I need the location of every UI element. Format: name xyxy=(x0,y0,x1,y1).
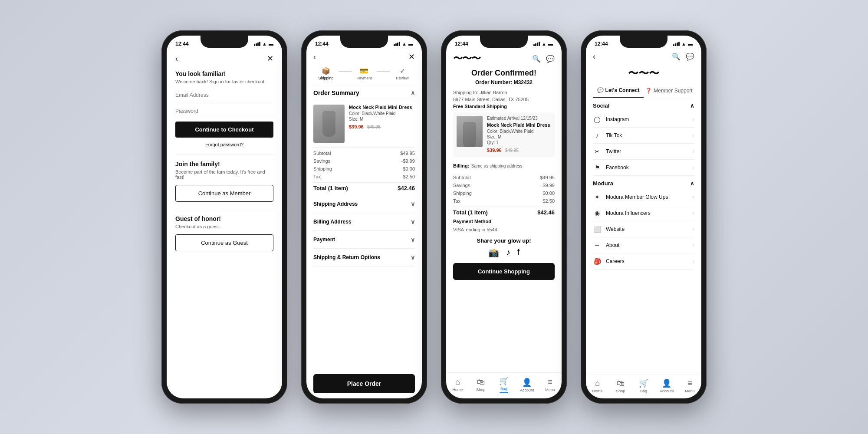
wifi-icon: ▲ xyxy=(262,41,267,46)
guest-title: Guest of honor! xyxy=(175,215,273,222)
careers-left: 🎒 Careers xyxy=(593,258,625,265)
phone-1: 12:44 ▲ ▬ ‹ ✕ You look familiar! xyxy=(161,30,287,404)
order-summary-header: ‹ ✕ xyxy=(306,49,422,63)
instagram-chevron: › xyxy=(693,116,694,122)
nav-shop-3[interactable]: 🛍 Shop xyxy=(469,378,492,392)
facebook-item[interactable]: ⚑ Facebook › xyxy=(593,160,694,176)
instagram-icon: ◯ xyxy=(593,116,602,123)
place-order-button[interactable]: Place Order xyxy=(313,374,415,393)
billing-section: Billing: Same as shipping address xyxy=(453,161,555,169)
modura-collapse-icon: ∧ xyxy=(690,180,694,187)
website-item[interactable]: ⬜ Website › xyxy=(593,221,694,237)
confirmed-subtotal-label: Subtotal xyxy=(453,175,470,180)
share-tiktok-icon[interactable]: ♪ xyxy=(506,247,510,258)
nav-shop-4[interactable]: 🛍 Shop xyxy=(609,379,632,393)
divider-2 xyxy=(175,209,273,209)
social-section-header[interactable]: Social ∧ xyxy=(593,98,694,112)
notch-3 xyxy=(480,36,528,48)
battery-icon-2: ▬ xyxy=(408,41,413,46)
share-facebook-icon[interactable]: f xyxy=(517,247,520,258)
twitter-item[interactable]: ✂ Twitter › xyxy=(593,144,694,160)
continue-checkout-button[interactable]: Continue to Checkout xyxy=(175,122,273,138)
arrival-text: Estimated Arrival 12/15/23 xyxy=(487,116,551,121)
subtotal-line: Subtotal $49.95 xyxy=(313,149,415,157)
billing-address-row[interactable]: Billing Address ∨ xyxy=(313,213,415,231)
share-instagram-icon[interactable]: 📸 xyxy=(488,247,499,258)
tab-lets-connect[interactable]: 💬 Let's Connect xyxy=(593,84,644,98)
time-3: 12:44 xyxy=(455,41,468,47)
tiktok-item[interactable]: ♪ Tik Tok › xyxy=(593,128,694,144)
checkout-steps: 📦 Shipping 💳 Payment ✓ Review xyxy=(306,63,422,84)
signal-icon-3 xyxy=(533,42,540,46)
nav-home-4[interactable]: ⌂ Home xyxy=(586,379,609,393)
back-button-4[interactable]: ‹ xyxy=(593,52,595,61)
screen-login: 12:44 ▲ ▬ ‹ ✕ You look familiar! xyxy=(167,36,282,398)
confirmed-total-line: Total (1 item) $42.46 xyxy=(453,207,555,218)
share-title: Share your glow up! xyxy=(453,237,555,244)
confirmed-total-value: $42.46 xyxy=(537,209,555,216)
free-shipping-label: Free Standard Shipping xyxy=(453,104,555,109)
product-row: Mock Neck Plaid Mini Dress Color: Black/… xyxy=(313,100,415,148)
payment-row[interactable]: Payment ∨ xyxy=(313,231,415,249)
product-size: Size: M xyxy=(349,117,415,122)
nav-home-3[interactable]: ⌂ Home xyxy=(446,378,469,392)
continue-member-button[interactable]: Continue as Member xyxy=(175,185,273,202)
confirmed-subtotal-line: Subtotal $49.95 xyxy=(453,174,555,181)
nav-menu-4[interactable]: ≡ Menu xyxy=(678,379,701,393)
shipping-return-row[interactable]: Shipping & Return Options ∨ xyxy=(313,249,415,266)
guest-subtitle: Checkout as a guest. xyxy=(175,224,273,229)
close-button[interactable]: ✕ xyxy=(267,54,273,63)
savings-line: Savings -$9.99 xyxy=(313,157,415,165)
confirmed-header: 〜〜〜 🔍 💬 xyxy=(446,49,562,69)
tax-value: $2.50 xyxy=(403,174,415,179)
forgot-password-link[interactable]: Forgot password? xyxy=(175,142,273,147)
facebook-icon: ⚑ xyxy=(593,164,602,171)
signal-icon xyxy=(254,42,260,46)
total-label: Total (1 item) xyxy=(313,185,348,191)
shop-label-3: Shop xyxy=(476,388,485,392)
home-label-4: Home xyxy=(592,389,603,393)
notch-4 xyxy=(620,36,667,48)
search-icon-4[interactable]: 🔍 xyxy=(672,53,681,61)
password-field[interactable] xyxy=(175,105,273,117)
shop-label-4: Shop xyxy=(616,389,625,393)
guest-section: Guest of honor! Checkout as a guest. Con… xyxy=(175,215,273,251)
nav-menu-3[interactable]: ≡ Menu xyxy=(539,378,562,392)
confirmed-product-color: Color: Black/White Plaid xyxy=(487,129,551,134)
tab-member-support[interactable]: ❓ Member Support xyxy=(644,84,694,98)
wifi-icon-3: ▲ xyxy=(542,41,546,46)
nav-bag-4[interactable]: 🛒 Bag xyxy=(632,378,655,393)
home-icon-4: ⌂ xyxy=(595,379,600,388)
shipping-address-row[interactable]: Shipping Address ∨ xyxy=(313,195,415,213)
shipping-step-label: Shipping xyxy=(318,76,333,80)
confirmed-summary-lines: Subtotal $49.95 Savings -$9.99 Shipping … xyxy=(453,173,555,219)
signin-section: You look familiar! Welcome back! Sign in… xyxy=(175,70,273,147)
nav-account-3[interactable]: 👤 Account xyxy=(516,378,539,392)
influencers-icon: ◉ xyxy=(593,210,602,217)
nav-account-4[interactable]: 👤 Account xyxy=(655,378,678,393)
back-button-2[interactable]: ‹ xyxy=(313,53,316,62)
chat-icon[interactable]: 💬 xyxy=(546,55,555,63)
continue-guest-button[interactable]: Continue as Guest xyxy=(175,234,273,251)
nav-bag-3[interactable]: 🛒 Bag xyxy=(492,376,515,393)
modura-section-header[interactable]: Modura ∧ xyxy=(593,176,694,189)
glow-ups-item[interactable]: ✦ Modura Member Glow Ups › xyxy=(593,189,694,205)
careers-item[interactable]: 🎒 Careers › xyxy=(593,253,694,270)
billing-address-label: Billing Address xyxy=(313,219,352,225)
continue-shopping-button[interactable]: Continue Shopping xyxy=(453,263,555,280)
about-item[interactable]: ∼ About › xyxy=(593,237,694,253)
twitter-label: Twitter xyxy=(606,148,621,155)
instagram-item[interactable]: ◯ Instagram › xyxy=(593,112,694,128)
connect-body: Social ∧ ◯ Instagram › ♪ Tik Tok › ✂ xyxy=(586,98,701,375)
battery-icon: ▬ xyxy=(269,41,273,46)
close-button-2[interactable]: ✕ xyxy=(408,52,415,62)
email-field[interactable] xyxy=(175,89,273,101)
step-review: ✓ Review xyxy=(390,67,415,80)
search-icon[interactable]: 🔍 xyxy=(532,55,541,63)
chat-icon-4[interactable]: 💬 xyxy=(686,53,694,61)
back-button[interactable]: ‹ xyxy=(175,54,178,63)
account-icon-4: 👤 xyxy=(662,378,671,388)
influencers-item[interactable]: ◉ Modura Influencers › xyxy=(593,205,694,221)
confirmed-savings-label: Savings xyxy=(453,183,470,188)
order-summary-header-row[interactable]: Order Summary ∧ xyxy=(313,84,415,100)
